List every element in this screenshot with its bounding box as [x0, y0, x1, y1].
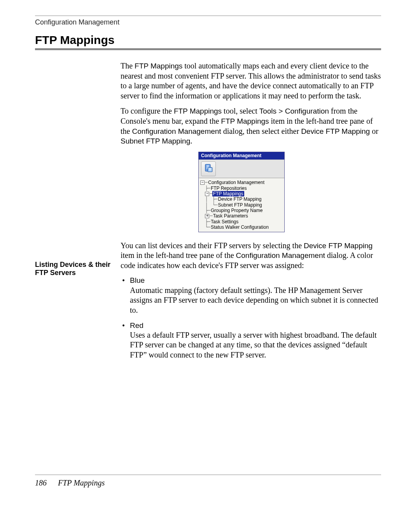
config-management-panel: Configuration Management	[198, 152, 285, 232]
tree-label: Status Walker Configuration	[210, 224, 270, 230]
panel-toolbar	[199, 159, 284, 178]
tree-node[interactable]: │ ├─ Device FTP Mapping	[200, 196, 284, 202]
tree-node[interactable]: └─ Status Walker Configuration	[200, 224, 284, 230]
text: item in the left-hand tree pane of the	[121, 251, 236, 259]
page-footer: 186 FTP Mappings	[35, 478, 105, 487]
footer-rule	[35, 475, 381, 475]
tree-view[interactable]: − ─ Configuration Management ├─ FTP Repo…	[199, 178, 284, 232]
svg-rect-1	[206, 165, 209, 166]
tree-node[interactable]: ├─ FTP Repositories	[200, 186, 284, 191]
tree-label: Subnet FTP Mapping	[217, 202, 263, 208]
color-code-list: Blue Automatic mapping (factory default …	[121, 276, 381, 360]
running-head: Configuration Management	[35, 18, 381, 26]
page-number: 186	[35, 478, 47, 487]
text: or	[370, 127, 378, 135]
side-heading: Listing Devices & their FTP Servers	[35, 261, 117, 277]
svg-rect-6	[209, 170, 212, 170]
title-underline	[35, 48, 381, 50]
list-item: Red Uses a default FTP server, usually a…	[130, 321, 381, 360]
section-title: FTP Mappings	[35, 33, 381, 47]
collapse-icon[interactable]: −	[205, 192, 209, 196]
tree-label: Task Parameters	[212, 213, 249, 219]
ui-term: FTP Mappings	[174, 107, 222, 115]
tree-node[interactable]: ├─ Task Settings	[200, 219, 284, 224]
configure-paragraph: To configure the FTP Mappings tool, sele…	[121, 106, 381, 146]
tree-label: Device FTP Mapping	[217, 196, 262, 202]
tree-label-selected: FTP Mappings	[212, 191, 244, 196]
text: The	[121, 61, 135, 70]
bullet-body: Automatic mapping (factory default setti…	[130, 286, 381, 315]
text: You can list devices and their FTP serve…	[121, 241, 304, 250]
tree-label: FTP Repositories	[210, 186, 247, 191]
tree-node-root[interactable]: − ─ Configuration Management	[200, 180, 284, 185]
text: tool, select	[222, 107, 259, 115]
text: To configure the	[121, 107, 174, 115]
tree-label: Grouping Property Name	[210, 208, 263, 213]
ui-term: Tools > Configuration	[259, 107, 329, 115]
expand-icon[interactable]: +	[205, 214, 209, 218]
document-icon	[203, 163, 214, 175]
ui-term: FTP Mappings	[221, 117, 269, 125]
tree-label: Configuration Management	[207, 180, 265, 185]
ui-term: Device FTP Mapping	[304, 242, 373, 250]
list-item: Blue Automatic mapping (factory default …	[130, 276, 381, 315]
toolbar-button[interactable]	[201, 161, 216, 176]
text: dialog, then select either	[221, 127, 301, 135]
footer-title: FTP Mappings	[58, 478, 105, 487]
tree-node[interactable]: + ─ Task Parameters	[200, 213, 284, 219]
ui-term: Device FTP Mapping	[301, 127, 370, 135]
bullet-label: Blue	[130, 276, 381, 285]
listing-paragraph: You can list devices and their FTP serve…	[121, 241, 381, 271]
ui-term: Configuration Management	[236, 251, 325, 259]
text: .	[190, 137, 192, 145]
tree-label: Task Settings	[210, 219, 239, 224]
ui-term: Subnet FTP Mapping	[121, 137, 190, 145]
svg-rect-5	[209, 168, 212, 169]
tree-node[interactable]: │ └─ Subnet FTP Mapping	[200, 202, 284, 208]
tree-node[interactable]: ├─ Grouping Property Name	[200, 208, 284, 213]
bullet-label: Red	[130, 321, 381, 330]
tree-node-ftp-mappings[interactable]: − ─ FTP Mappings	[200, 191, 284, 196]
top-rule	[35, 16, 381, 16]
collapse-icon[interactable]: −	[200, 181, 205, 185]
bullet-body: Uses a default FTP server, usually a ser…	[130, 330, 381, 360]
ui-term: Configuration Management	[132, 127, 221, 135]
panel-title: Configuration Management	[199, 152, 284, 159]
ui-term-ftp-mappings: FTP Mappings	[135, 62, 182, 70]
intro-paragraph: The FTP Mappings tool automatically maps…	[121, 61, 381, 101]
